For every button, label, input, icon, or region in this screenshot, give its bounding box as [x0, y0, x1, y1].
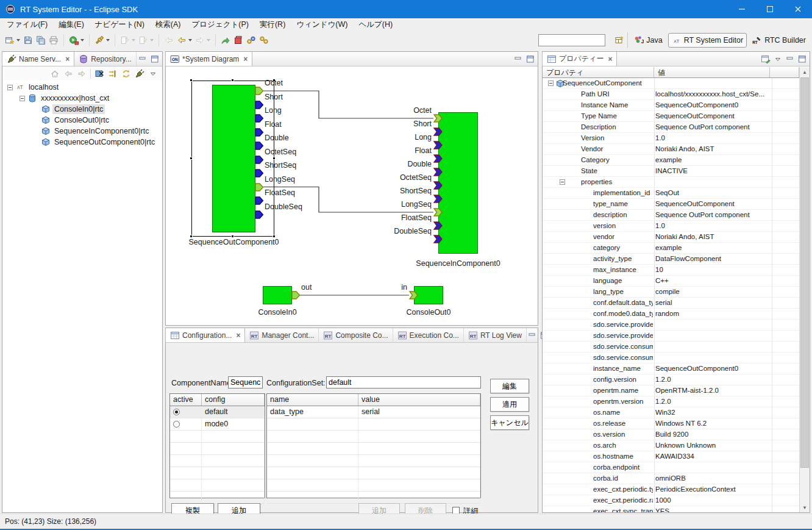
column-header-name[interactable]: name: [267, 394, 358, 406]
forward-button[interactable]: [194, 33, 212, 48]
forward-dropdown-icon[interactable]: [207, 39, 210, 41]
active-radio-mode0[interactable]: [173, 421, 180, 428]
connect-button[interactable]: [134, 66, 146, 81]
nav-back-button[interactable]: [62, 66, 74, 81]
view-menu-button[interactable]: [147, 66, 159, 81]
open-offline-diagram-button[interactable]: [232, 33, 244, 48]
edit-button[interactable]: 編集: [490, 379, 529, 393]
nav-forward-button[interactable]: [76, 66, 88, 81]
inport-doubleseq[interactable]: [433, 235, 443, 243]
search-dropdown-icon[interactable]: [106, 39, 110, 41]
menu-ファイル(F)[interactable]: ファイル(F): [1, 18, 53, 31]
next-annotation-dropdown-icon[interactable]: [132, 39, 135, 41]
tree-item-sequenceoutcomponent0-rtc[interactable]: SequenceOutComponent0|rtc: [2, 137, 162, 148]
property-row-conf-mode0-data-type[interactable]: conf.mode0.data_typerandom: [543, 309, 799, 320]
max-view-button[interactable]: [525, 54, 536, 65]
property-row-openrtm-version[interactable]: openrtm.version1.2.0: [543, 396, 799, 407]
active-radio-default[interactable]: [173, 409, 180, 415]
diagram-canvas[interactable]: OctetShortLongFloatDoubleOctetSeqShortSe…: [166, 66, 537, 324]
perspective-java[interactable]: JJava: [631, 34, 665, 47]
perspective-rtc-builder[interactable]: RTRTC Builder: [749, 34, 809, 47]
outport-shortseq[interactable]: [255, 169, 264, 177]
menu-ウィンドウ(W)[interactable]: ウィンドウ(W): [291, 18, 353, 31]
back-dropdown-icon[interactable]: [188, 39, 192, 41]
scroll-down-icon[interactable]: ▼: [800, 503, 810, 512]
component-consoleout0[interactable]: [414, 286, 443, 304]
selection-handle[interactable]: [190, 157, 193, 160]
inport-shortseq[interactable]: [433, 195, 443, 203]
property-row-language[interactable]: languageC++: [543, 276, 799, 287]
property-row-vendor[interactable]: vendorNoriaki Ando, AIST: [543, 232, 799, 243]
property-row-type-name[interactable]: Type NameSequenceOutComponent: [543, 111, 799, 122]
property-row-os-name[interactable]: os.nameWin32: [543, 407, 799, 418]
property-row-version[interactable]: Version1.0: [543, 133, 799, 144]
param-row-data_type[interactable]: data_typeserial: [267, 406, 480, 418]
open-perspective-icon[interactable]: [614, 35, 624, 45]
selection-handle[interactable]: [272, 157, 276, 160]
max-view-button[interactable]: [149, 54, 160, 65]
property-row-instance-name[interactable]: Instance NameSequenceOutComponent0: [543, 100, 799, 111]
home-button[interactable]: [49, 66, 61, 81]
link-editor-button[interactable]: [93, 66, 105, 81]
configuration-set-input[interactable]: [326, 376, 481, 389]
inport-long[interactable]: [433, 141, 443, 149]
collapse-icon[interactable]: [20, 96, 25, 101]
column-header-property[interactable]: プロパティ: [543, 67, 654, 77]
property-row-description[interactable]: DescriptionSequence OutPort component: [543, 122, 799, 133]
min-view-button[interactable]: [137, 54, 148, 65]
inport-octet[interactable]: [433, 114, 443, 123]
outport-longseq[interactable]: [255, 183, 264, 192]
property-row-sdo-service-provider-ids[interactable]: sdo.service.provider_ids: [543, 331, 799, 342]
property-row-lang-type[interactable]: lang_typecompile: [543, 287, 799, 298]
cancel-button[interactable]: キャンセル: [490, 415, 529, 430]
property-row-sdo-service-consumer-ids[interactable]: sdo.service.consumer_ids: [543, 353, 799, 363]
property-row-sdo-service-consumer-ids[interactable]: sdo.service.consumer_ids: [543, 342, 799, 353]
selection-handle[interactable]: [231, 79, 234, 82]
property-row-openrtm-name[interactable]: openrtm.nameOpenRTM-aist-1.2.0: [543, 385, 799, 396]
menu-ナビゲート(N)[interactable]: ナビゲート(N): [90, 18, 150, 31]
min-view-button[interactable]: [785, 54, 796, 65]
collapse-icon[interactable]: [7, 85, 13, 90]
inport-float[interactable]: [433, 154, 443, 163]
last-edit-location-button[interactable]: [163, 33, 175, 48]
property-row-properties[interactable]: properties: [543, 177, 799, 188]
collapse-icon[interactable]: [548, 81, 554, 86]
max-view-button[interactable]: [797, 54, 808, 65]
min-view-button[interactable]: [513, 54, 524, 65]
property-row-category[interactable]: categoryexample: [543, 243, 799, 254]
back-button[interactable]: [176, 33, 193, 48]
tab-name-serv-[interactable]: Name Serv...×: [2, 52, 74, 66]
previous-annotation-button[interactable]: [137, 33, 155, 48]
column-header-value[interactable]: 値: [654, 67, 770, 77]
new-wizard-dropdown-icon[interactable]: [16, 39, 20, 41]
tab--[interactable]: プロパティー×: [542, 52, 617, 66]
property-row-sequenceoutcomponent[interactable]: SequenceOutComponent: [543, 78, 799, 89]
menu-プロジェクト(P)[interactable]: プロジェクト(P): [187, 18, 254, 31]
property-row-vendor[interactable]: VendorNoriaki Ando, AIST: [543, 144, 799, 155]
inport-in[interactable]: [409, 291, 418, 299]
tree-item-consoleout0-rtc[interactable]: ConsoleOut0|rtc: [2, 115, 162, 126]
component-sequenceincomponent0[interactable]: [438, 112, 478, 254]
collapse-all-button[interactable]: [107, 66, 119, 81]
inport-longseq[interactable]: [433, 208, 443, 217]
close-tab-icon[interactable]: ×: [608, 55, 612, 63]
property-row-exec-cxt-sync-transition[interactable]: exec_cxt.sync_transitionYES: [543, 506, 799, 512]
scrollbar-thumb[interactable]: [800, 77, 809, 468]
outport-octetseq[interactable]: [255, 156, 264, 164]
inport-floatseq[interactable]: [433, 221, 443, 230]
outport-floatseq[interactable]: [255, 196, 264, 205]
refresh-button[interactable]: [120, 66, 132, 81]
property-row-exec-cxt-periodic-type[interactable]: exec_cxt.periodic.typePeriodicExecutionC…: [543, 484, 799, 495]
param-value-cell[interactable]: serial: [358, 406, 480, 418]
property-row-config-version[interactable]: config.version1.2.0: [543, 374, 799, 385]
collapse-icon[interactable]: [560, 179, 565, 185]
quick-access-input[interactable]: [538, 34, 605, 46]
pin-button[interactable]: [760, 54, 771, 65]
sync-remote-button[interactable]: [245, 33, 257, 48]
previous-annotation-dropdown-icon[interactable]: [150, 39, 154, 41]
property-row-os-arch[interactable]: os.archUnknown Unknown: [543, 440, 799, 451]
close-tab-icon[interactable]: ×: [236, 331, 240, 340]
column-header-config[interactable]: config: [202, 394, 265, 406]
component-sequenceoutcomponent0[interactable]: [212, 85, 255, 232]
tab-composite-co-[interactable]: RTComposite Co...: [319, 328, 393, 342]
